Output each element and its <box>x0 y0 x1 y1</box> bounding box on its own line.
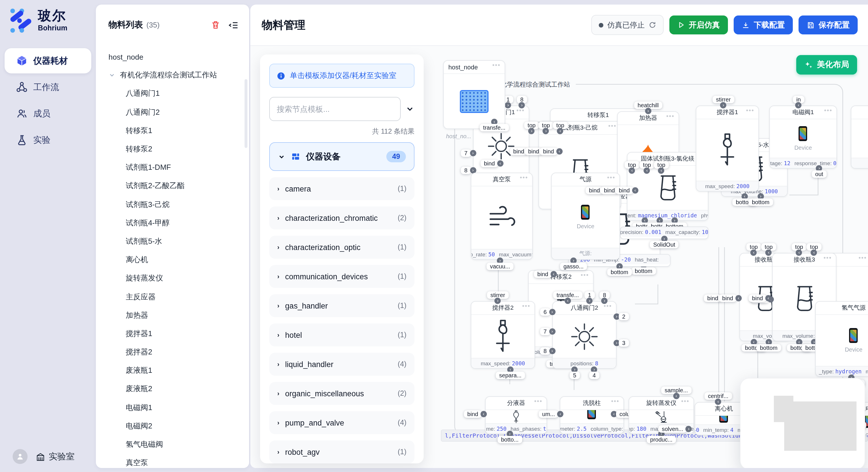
port-handle-icon[interactable]: ‹ <box>735 295 742 301</box>
save-config-button[interactable]: 保存配置 <box>799 15 858 34</box>
port-handle-icon[interactable]: › <box>470 150 476 156</box>
port-6[interactable]: 6› <box>540 308 555 316</box>
material-item[interactable]: 试剂瓶5-水 <box>96 232 249 250</box>
port-bind[interactable]: bind‹ <box>615 187 639 194</box>
port-handle-icon[interactable]: › <box>645 108 651 114</box>
port-handle-icon[interactable]: › <box>549 328 555 335</box>
port-vacuu[interactable]: vacuu...› <box>487 258 514 270</box>
port-handle-icon[interactable]: › <box>543 128 549 134</box>
node-menu-icon[interactable]: ••• <box>607 174 615 181</box>
port-handle-icon[interactable]: › <box>685 426 692 432</box>
port-centrif[interactable]: centrif...‹ <box>704 392 732 405</box>
material-item[interactable]: 离心机 <box>96 250 249 269</box>
sim-status-pill[interactable]: 仿真已停止 <box>591 15 663 35</box>
node-vac[interactable]: 真空泵•••pump_rate: 50max_vacuum: 0.1vacuu.… <box>471 173 533 260</box>
port-handle-icon[interactable]: › <box>528 128 535 134</box>
node-sv2[interactable]: •••voltage: 12 <box>851 105 868 169</box>
port-botto[interactable]: botto...› <box>497 431 522 443</box>
node-menu-icon[interactable]: ••• <box>611 398 619 404</box>
download-config-button[interactable]: 下载配置 <box>734 15 793 34</box>
material-item[interactable]: 氢气电磁阀 <box>96 435 249 453</box>
lab-entry[interactable]: 实验室 <box>36 451 74 462</box>
port-7[interactable]: 7› <box>540 328 555 335</box>
search-input[interactable] <box>269 97 401 121</box>
port-um[interactable]: um...‹ <box>539 410 563 418</box>
material-item[interactable]: 试剂瓶1-DMF <box>96 158 249 177</box>
sidebar-item-3[interactable]: 成员 <box>5 101 91 126</box>
node-gas[interactable]: 气源•••Device气源:gasso...› <box>551 173 620 260</box>
material-item[interactable]: 搅拌器2 <box>96 343 249 361</box>
node-solid-strip[interactable]: precision: 0.001max_capacity: 10SolidOut… <box>620 227 708 239</box>
port-bind[interactable]: bind‹ <box>464 410 487 418</box>
material-item[interactable]: 电磁阀2 <box>96 417 249 435</box>
port-solven[interactable]: solven...› <box>658 425 692 433</box>
tree-item-root[interactable]: host_node <box>96 47 249 66</box>
material-item[interactable]: 转移泵1 <box>96 122 249 140</box>
beautify-layout-button[interactable]: 美化布局 <box>796 55 857 74</box>
port-handle-icon[interactable]: ‹ <box>765 295 772 301</box>
port-handle-icon[interactable]: ‹ <box>751 249 757 256</box>
port-bind[interactable]: bind‹ <box>480 160 503 167</box>
port-handle-icon[interactable]: › <box>601 298 608 304</box>
tree-item-group[interactable]: 有机化学流程综合测试工作站 <box>96 66 249 84</box>
material-item[interactable]: 八通阀门2 <box>96 103 249 121</box>
port-1[interactable]: 1› <box>584 291 594 304</box>
chevron-down-icon[interactable] <box>405 104 414 113</box>
port-top[interactable]: top› <box>524 122 539 134</box>
template-item-organic_miscellaneous[interactable]: ›organic_miscellaneous(2) <box>269 382 414 405</box>
trash-icon[interactable] <box>211 20 220 30</box>
minimap-card[interactable] <box>740 378 865 468</box>
template-item-liquid_handler[interactable]: ›liquid_handler(4) <box>269 353 414 376</box>
port-7[interactable]: 7› <box>461 149 476 157</box>
material-item[interactable]: 废液瓶1 <box>96 361 249 380</box>
node-valve2[interactable]: 八通阀门2•••positions: 8transfe...‹1›8›6›7›8… <box>552 301 617 369</box>
template-item-characterization_chromatic[interactable]: ›characterization_chromatic(2) <box>269 206 414 229</box>
port-top[interactable]: top‹ <box>746 243 761 256</box>
port-bind[interactable]: bind‹ <box>539 148 563 155</box>
port-top[interactable]: top‹ <box>807 243 822 256</box>
template-item-pump_and_valve[interactable]: ›pump_and_valve(4) <box>269 411 414 434</box>
material-item[interactable]: 搅拌器1 <box>96 325 249 343</box>
port-top[interactable]: top› <box>538 122 553 134</box>
user-avatar[interactable] <box>12 449 28 464</box>
template-item-gas_handler[interactable]: ›gas_handler(1) <box>269 294 414 317</box>
port-8[interactable]: 8› <box>540 347 555 355</box>
port-handle-icon[interactable]: ‹ <box>644 167 650 174</box>
node-menu-icon[interactable]: ••• <box>534 398 542 404</box>
node-menu-icon[interactable]: ••• <box>492 61 501 68</box>
port-stirrer[interactable]: stirrer› <box>712 96 734 108</box>
port-handle-icon[interactable]: ‹ <box>673 393 679 399</box>
port-handle-icon[interactable]: ‹ <box>497 160 503 167</box>
port-heatchill[interactable]: heatchill› <box>634 102 662 114</box>
node-h2src[interactable]: 氢气气源•••Device_type: hydrogenmax_pre:gass… <box>815 301 868 377</box>
node-sep[interactable]: 分液器•••volume: 250has_phases: truebind‹bo… <box>485 396 547 434</box>
refresh-icon[interactable] <box>649 21 656 29</box>
port-SolidOut[interactable]: SolidOut› <box>650 236 679 248</box>
port-handle-icon[interactable]: › <box>586 298 593 304</box>
template-item-camera[interactable]: ›camera(1) <box>269 177 414 200</box>
template-item-hotel[interactable]: ›hotel(1) <box>269 324 414 346</box>
material-item[interactable]: 废液瓶2 <box>96 380 249 398</box>
port-handle-icon[interactable]: › <box>505 102 511 108</box>
node-menu-icon[interactable]: ••• <box>824 254 832 261</box>
port-2[interactable]: 2› <box>613 313 629 320</box>
port-8[interactable]: 8› <box>599 291 609 304</box>
node-menu-icon[interactable]: ••• <box>824 107 832 113</box>
port-bind[interactable]: bind‹ <box>534 270 557 278</box>
port-bind[interactable]: bind‹ <box>719 295 742 302</box>
port-handle-icon[interactable]: ‹ <box>557 128 563 134</box>
port-sample[interactable]: sample...‹ <box>661 386 691 399</box>
node-menu-icon[interactable]: ••• <box>520 174 528 181</box>
material-item[interactable]: 真空泵 <box>96 453 249 468</box>
port-bind[interactable]: bind‹ <box>749 295 772 302</box>
node-menu-icon[interactable]: ••• <box>666 112 675 119</box>
port-handle-icon[interactable]: ‹ <box>632 187 639 194</box>
material-item[interactable]: 试剂瓶3-己烷 <box>96 195 249 214</box>
port-handle-icon[interactable]: ‹ <box>551 271 557 277</box>
port-handle-icon[interactable]: ‹ <box>556 148 563 155</box>
collapse-panel-icon[interactable] <box>228 20 239 30</box>
port-handle-icon[interactable]: ‹ <box>796 249 802 256</box>
port-3[interactable]: 3› <box>613 339 629 347</box>
port-transfe[interactable]: transfe...‹ <box>553 291 582 304</box>
port-in[interactable]: in‹ <box>793 96 804 108</box>
